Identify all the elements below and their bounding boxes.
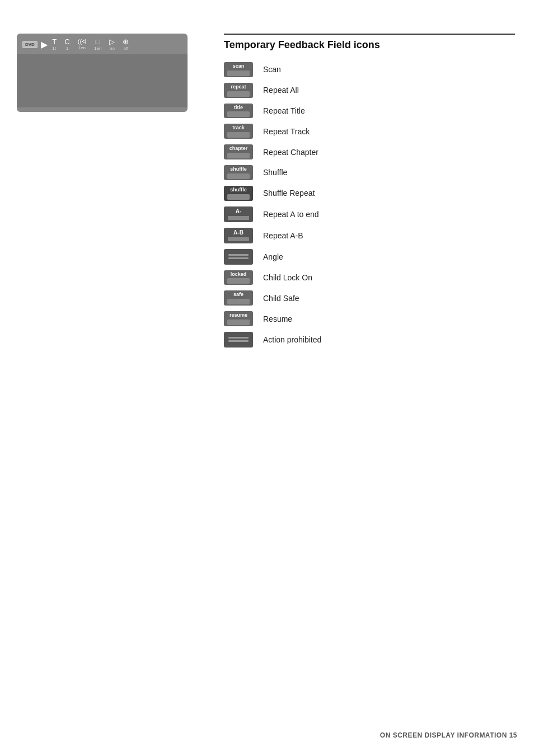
repeat-icon-badge: repeat [224,83,253,98]
shuffle-repeat-icon-badge: shuffle [224,186,253,201]
list-item: chapter Repeat Chapter [224,144,515,159]
osd-ctrl-title: T 1↕ [52,38,57,51]
list-item: track Repeat Track [224,124,515,139]
list-item: A-B Repeat A-B [224,228,515,243]
osd-screen: DVD ▶ T 1↕ C 1 ((ᐊ 1en □ 1en [17,34,188,112]
angle-icon-badge [224,249,253,265]
title-icon-badge: title [224,104,253,119]
osd-ctrl-chapter: C 1 [64,38,69,51]
list-item: shuffle Shuffle [224,165,515,180]
section-divider [224,34,515,35]
scan-label: Scan [263,65,281,74]
list-item: safe Child Safe [224,290,515,306]
list-item: Angle [224,249,515,265]
safe-icon-badge: safe [224,290,253,306]
shuffle-label: Shuffle [263,168,287,177]
action-prohibited-label: Action prohibited [263,335,321,344]
repeat-chapter-label: Repeat Chapter [263,148,318,157]
shuffle-repeat-label: Shuffle Repeat [263,189,315,198]
child-safe-label: Child Safe [263,294,299,303]
page-footer-text: ON SCREEN DISPLAY INFORMATION 15 [380,731,517,739]
right-panel: Temporary Feedback Field icons scan Scan… [224,34,515,353]
dvd-badge: DVD [22,41,38,48]
icon-list: scan Scan repeat Repeat All title Repeat… [224,62,515,348]
ab-icon-badge: A-B [224,228,253,243]
section-title: Temporary Feedback Field icons [224,39,515,51]
locked-icon-badge: locked [224,270,253,285]
list-item: shuffle Shuffle Repeat [224,186,515,201]
osd-caret-icon: ▶ [41,39,48,50]
track-icon-badge: track [224,124,253,139]
repeat-a-end-label: Repeat A to end [263,210,319,219]
osd-ctrl-subtitle: □ 1en [94,38,101,51]
repeat-title-label: Repeat Title [263,106,305,115]
list-item: scan Scan [224,62,515,77]
resume-label: Resume [263,314,292,323]
page-footer: ON SCREEN DISPLAY INFORMATION 15 [380,731,517,739]
a-end-icon-badge: A- [224,206,253,222]
list-item: Action prohibited [224,332,515,348]
list-item: resume Resume [224,311,515,326]
repeat-track-label: Repeat Track [263,127,310,136]
shuffle-icon-badge: shuffle [224,165,253,180]
resume-icon-badge: resume [224,311,253,326]
scan-icon-badge: scan [224,62,253,77]
chapter-icon-badge: chapter [224,144,253,159]
angle-label: Angle [263,252,283,261]
osd-top-bar: DVD ▶ T 1↕ C 1 ((ᐊ 1en □ 1en [17,34,188,54]
osd-body [17,54,188,107]
repeat-ab-label: Repeat A-B [263,231,303,240]
prohibited-icon-badge [224,332,253,348]
osd-ctrl-angle: ▷ no [109,38,115,51]
list-item: repeat Repeat All [224,83,515,98]
osd-controls: T 1↕ C 1 ((ᐊ 1en □ 1en ▷ no [52,38,129,51]
osd-ctrl-zoom: ⊕ off [123,38,129,51]
left-panel: DVD ▶ T 1↕ C 1 ((ᐊ 1en □ 1en [17,34,207,112]
osd-ctrl-audio: ((ᐊ 1en [78,39,86,50]
list-item: title Repeat Title [224,104,515,119]
list-item: locked Child Lock On [224,270,515,285]
list-item: A- Repeat A to end [224,206,515,222]
child-lock-label: Child Lock On [263,273,312,282]
repeat-all-label: Repeat All [263,86,299,95]
